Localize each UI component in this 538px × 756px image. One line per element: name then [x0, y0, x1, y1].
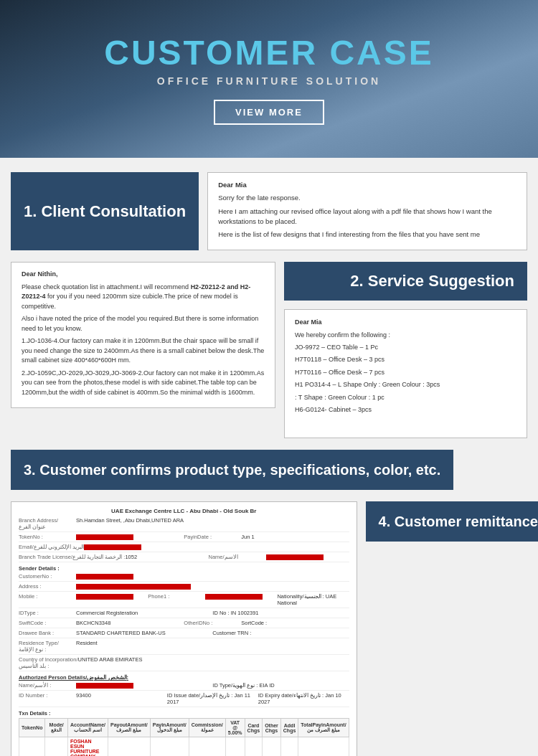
bank-residence-row: Residence Type/نوع الإقامة : Resident — [19, 640, 349, 655]
section3-row: 3. Customer confirms product type, speci… — [11, 450, 527, 490]
bank-customer-row: CustomerNo : — [19, 573, 349, 582]
letter3-item1: H7T0118 – Office Desk – 3 pcs — [295, 354, 516, 364]
bank-document: UAE Exchange Centre LLC - Abu Dhabi - Ol… — [11, 501, 357, 756]
auth-person-heading: Authorized Person Details/الشخص المفوض: — [19, 674, 349, 681]
step1-label: 1. Client Consultation — [11, 172, 199, 250]
trade-value: 1052 — [125, 554, 208, 560]
nationality-value: Nationality/الجنسية : UAE National — [277, 593, 349, 606]
letter3-item0: JO-9972 – CEO Table – 1 Pc — [295, 342, 516, 352]
col-payin: PayinAmount/مبلغ الدخول — [150, 719, 189, 737]
letter3-item5: H6-G0124- Cabinet – 3pcs — [295, 405, 516, 415]
step2-right-col: 2. Service Suggestion Dear Mia We hereby… — [284, 262, 527, 438]
customer-trn: Customer TRN : — [212, 630, 349, 636]
step4-label: 4. Customer remittance, order. — [366, 501, 538, 542]
letter1-greeting: Dear Mia — [218, 180, 516, 190]
letter3-intro: We hereby confirm the following : — [295, 330, 516, 340]
col-commission: Commission/عمولة — [189, 719, 225, 737]
branch-addr-label: Branch Address/عنوان الفرع — [19, 517, 76, 530]
step2-label: 2. Service Suggestion — [284, 262, 527, 301]
bank-auth-name-row: Name/الأسم : ID Type/نوع الهوية : EIA ID — [19, 682, 349, 691]
col-payout: PayoutAmount/مبلغ الصرف — [108, 719, 150, 737]
txn-heading: Txn Details : — [19, 710, 349, 717]
col-account: AccountName/اسم الحساب — [67, 719, 108, 737]
col-other: Other Chgs — [263, 719, 281, 737]
name-label2: Name/الاسم — [209, 554, 266, 560]
bank-idtype-row: IDType : Commercial Registeration ID No … — [19, 610, 349, 618]
idno-value: ID No : IN 1002391 — [212, 610, 349, 616]
bank-email-row: Email/البريد الإلكتروني للفرع — [19, 544, 349, 552]
swift-label: SwiftCode : — [19, 620, 76, 626]
bank-country-row: Country of Incorporation/بلد التأسيس : U… — [19, 656, 349, 671]
swift-value: BKCHCN3348 — [76, 620, 184, 626]
email-value — [84, 544, 349, 550]
sender-heading: Sender Details : — [19, 565, 349, 572]
address-value — [76, 583, 349, 590]
section1-row: 1. Client Consultation Dear Mia Sorry fo… — [11, 172, 527, 250]
auth-name-label: Name/الأسم : — [19, 682, 76, 689]
branch-addr-value: Sh.Hamdan Street, ,Abu Dhabi,UNITED ARA — [76, 517, 349, 530]
token-value — [76, 534, 184, 540]
section4-row: UAE Exchange Centre LLC - Abu Dhabi - Ol… — [11, 501, 527, 756]
view-more-button[interactable]: VIEW MORE — [214, 100, 324, 125]
letter2-item1: 1.JO-1036-4.Our factory can make it in 1… — [22, 336, 265, 366]
section2-row: Dear Nithin, Please check quotation list… — [11, 262, 527, 438]
step1-letter2: Dear Nithin, Please check quotation list… — [11, 262, 275, 408]
mobile-value — [76, 593, 148, 606]
letter3-item3: H1 PO314-4 – L Shape Only : Green Colour… — [295, 379, 516, 389]
residence-label: Residence Type/نوع الإقامة : — [19, 640, 76, 653]
letter2-item2: 2.JO-1059C,JO-2029,JO-3029,JO-3069-2.Our… — [22, 369, 265, 398]
mobile-label: Mobile : — [19, 593, 76, 606]
txn-commission: 50.00 — [189, 737, 225, 756]
bank-mobile-row: Mobile : Phone1 : Nationality/الجنسية : … — [19, 593, 349, 608]
txn-token: 961791 — [19, 737, 45, 756]
col-token: TokenNo — [19, 719, 45, 737]
txn-other: 0.000 — [263, 737, 281, 756]
txn-account: FOSHAN ESUN FURNITURE COMPANY LIMITED-BA… — [67, 737, 108, 756]
token-label: TokenNo : — [19, 534, 76, 540]
letter1-line1: Sorry for the late response. — [218, 193, 516, 203]
bank-trade-row: Branch Trade License/الرخصة التجارية للف… — [19, 554, 349, 562]
col-card: Card Chgs — [245, 719, 263, 737]
customer-label: CustomerNo : — [19, 573, 76, 580]
txn-payin: 25,914,560 — [150, 737, 189, 756]
txn-payout-currency: USD 7,053,500 AED — [108, 737, 150, 756]
col-vat: VAT@ 5.00% — [225, 719, 245, 737]
id-issue-value: ID Issue date/تاريخ الإصدار : Jan 11 201… — [167, 692, 258, 705]
address-label: Address : — [19, 583, 76, 590]
txn-card: 0.000 — [245, 737, 263, 756]
header-banner: CUSTOMER CASE OFFICE FURNITURE SOLUTION … — [0, 0, 538, 158]
letter1-line2: Here I am attaching our revised office l… — [218, 207, 516, 227]
paydate-label: PayinDate : — [184, 534, 241, 540]
residence-value: Resident — [76, 640, 349, 653]
txn-row: 961791 Cheque FOSHAN ESUN FURNITURE COMP… — [19, 737, 349, 756]
phone-label: Phone1 : — [148, 593, 205, 606]
bank-doc-title: UAE Exchange Centre LLC - Abu Dhabi - Ol… — [19, 508, 349, 514]
letter3-item4: : T Shape : Green Colour : 1 pc — [295, 392, 516, 402]
letter1-line3: Here is the list of few designs that I f… — [218, 230, 516, 240]
title-main: CUSTOMER — [104, 34, 329, 72]
auth-name-value — [76, 682, 212, 689]
letter2-greeting: Dear Nithin, — [22, 270, 265, 280]
id-type2-value: ID Type/نوع الهوية : EIA ID — [212, 682, 349, 689]
paydate-value: Jun 1 — [241, 534, 349, 540]
bank-address-row: Address : — [19, 583, 349, 592]
bank-token-row: TokenNo : PayinDate : Jun 1 — [19, 534, 349, 542]
drawee-label: Drawee Bank : — [19, 630, 76, 636]
letter3-item2: H7T0116 – Office Desk – 7 pcs — [295, 367, 516, 377]
otherid-label: OtherIDNo : — [184, 620, 241, 626]
col-total: TotalPayinAmount/مبلغ الصرف من — [298, 719, 349, 737]
txn-addl: 0.000 — [280, 737, 298, 756]
phone-value — [205, 593, 277, 606]
main-content: 1. Client Consultation Dear Mia Sorry fo… — [0, 158, 538, 756]
idtype-value: Commercial Registeration — [76, 610, 212, 616]
col-addl: Addl Chgs — [280, 719, 298, 737]
step2-letter: Dear Mia We hereby confirm the following… — [284, 309, 527, 438]
country-label: Country of Incorporation/بلد التأسيس : — [19, 656, 78, 669]
sortcode-label: SortCode : — [241, 620, 349, 626]
auth-label: Authorized Person Details/الشخص المفوض: — [19, 674, 128, 681]
email-label: Email/البريد الإلكتروني للفرع — [19, 544, 84, 550]
title-accent: CASE — [329, 34, 433, 72]
txn-total-payin: 25,967,060 — [298, 737, 349, 756]
id-expiry-value: ID Expiry date/تاريخ الانتهاء : Jan 10 2… — [258, 692, 349, 705]
idtype-label: IDType : — [19, 610, 76, 616]
